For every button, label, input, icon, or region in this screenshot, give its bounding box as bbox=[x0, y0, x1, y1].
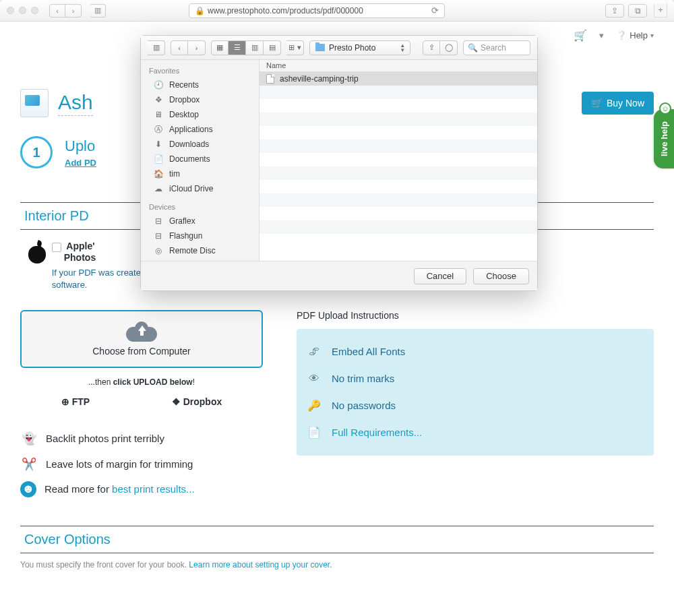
cart-icon[interactable]: 🛒 bbox=[574, 29, 587, 42]
recents-icon: 🕘 bbox=[153, 80, 164, 90]
file-row-empty bbox=[259, 166, 537, 180]
finder-tags-button[interactable]: ◯ bbox=[440, 40, 458, 55]
cover-note: You must specify the front cover for you… bbox=[20, 560, 654, 569]
instr-full-requirements-link[interactable]: 📄 Full Requirements... bbox=[307, 419, 643, 446]
finder-search-field[interactable]: 🔍 Search bbox=[463, 40, 530, 55]
desktop-icon: 🖥 bbox=[153, 110, 164, 119]
choose-button[interactable]: Choose bbox=[473, 268, 529, 284]
instructions-title: PDF Upload Instructions bbox=[297, 310, 654, 321]
file-row-empty bbox=[259, 180, 537, 193]
sidebar-recents[interactable]: 🕘Recents bbox=[141, 78, 259, 92]
right-col: PDF Upload Instructions 🖇 Embed All Font… bbox=[297, 310, 654, 501]
file-row[interactable]: asheville-camping-trip bbox=[259, 72, 537, 86]
favorites-header: Favorites bbox=[141, 64, 259, 78]
two-col: Choose from Computer ...then click UPLOA… bbox=[20, 310, 654, 501]
dropbox-label: Dropbox bbox=[183, 396, 222, 407]
provider-row: ⊕ FTP ❖ Dropbox bbox=[20, 396, 263, 407]
file-name: asheville-camping-trip bbox=[280, 74, 359, 84]
file-open-dialog: ▥ ‹ › ▦ ☰ ▥ ▤ ⊞ ▾ Presto Photo bbox=[140, 35, 538, 291]
view-columns-button[interactable]: ▥ bbox=[246, 40, 264, 55]
icloud-icon: ☁ bbox=[153, 184, 164, 193]
url-bar[interactable]: 🔒 www.prestophoto.com/products/pdf/00000… bbox=[189, 3, 445, 18]
new-tab-button[interactable]: + bbox=[654, 4, 667, 18]
apple-label: Apple' bbox=[66, 241, 94, 251]
tabs-button[interactable]: ⧉ bbox=[628, 4, 647, 18]
ftp-option[interactable]: ⊕ FTP bbox=[61, 396, 90, 407]
add-pdf-link[interactable]: Add PD bbox=[65, 158, 96, 168]
view-list-button[interactable]: ☰ bbox=[228, 40, 246, 55]
sidebar-applications[interactable]: ⒶApplications bbox=[141, 122, 259, 137]
browser-window: ‹ › ▥ 🔒 www.prestophoto.com/products/pdf… bbox=[0, 0, 674, 616]
sidebar-device-flashgun[interactable]: ⊟Flashgun bbox=[141, 228, 259, 243]
live-help-tab[interactable]: ☺ live help bbox=[654, 109, 674, 168]
buy-now-button[interactable]: 🛒 Buy Now bbox=[582, 92, 654, 115]
documents-icon: 📄 bbox=[153, 154, 164, 164]
file-row-empty bbox=[259, 234, 537, 247]
forward-button[interactable]: › bbox=[65, 4, 82, 18]
cover-learn-more-link[interactable]: Learn more about setting up your cover. bbox=[189, 560, 332, 569]
sidebar-downloads[interactable]: ⬇Downloads bbox=[141, 137, 259, 152]
back-button[interactable]: ‹ bbox=[49, 4, 65, 18]
best-print-results-link[interactable]: best print results... bbox=[112, 483, 195, 495]
sidebar-device-remotedisc[interactable]: ◎Remote Disc bbox=[141, 243, 259, 258]
instr-no-password: 🔑 No passwords bbox=[307, 392, 643, 419]
lock-icon: 🔒 bbox=[195, 6, 205, 16]
reload-icon[interactable]: ⟳ bbox=[431, 5, 439, 16]
finder-action-button[interactable]: ⇪ bbox=[423, 40, 440, 55]
cover-options-header: Cover Options bbox=[20, 526, 654, 553]
traffic-lights bbox=[7, 7, 38, 14]
dropbox-icon: ❖ bbox=[153, 95, 164, 104]
sidebar-icloud[interactable]: ☁iCloud Drive bbox=[141, 181, 259, 196]
sidebar-toggle-button[interactable]: ▥ bbox=[90, 4, 106, 18]
share-button[interactable]: ⇪ bbox=[605, 4, 624, 18]
column-header-name[interactable]: Name bbox=[259, 60, 537, 72]
file-row-empty bbox=[259, 86, 537, 99]
finder-sidebar-toggle[interactable]: ▥ bbox=[148, 40, 165, 55]
disc-icon: ◎ bbox=[153, 246, 164, 255]
updown-icon: ▴▾ bbox=[401, 43, 404, 52]
tips: 👻 Backlit photos print terribly ✂️ Leave… bbox=[20, 426, 263, 501]
tip-margin-text: Leave lots of margin for trimming bbox=[46, 458, 193, 470]
file-row-empty bbox=[259, 99, 537, 113]
close-window-button[interactable] bbox=[7, 7, 14, 14]
cancel-button[interactable]: Cancel bbox=[414, 268, 466, 284]
zoom-window-button[interactable] bbox=[31, 7, 38, 14]
applications-icon: Ⓐ bbox=[153, 125, 164, 134]
file-row-empty bbox=[259, 207, 537, 220]
cloud-upload-icon bbox=[126, 321, 157, 342]
file-row-empty bbox=[259, 126, 537, 140]
minimize-window-button[interactable] bbox=[19, 7, 26, 14]
instructions-box: 🖇 Embed All Fonts 👁 No trim marks 🔑 No p… bbox=[297, 329, 654, 456]
disk-icon: ⊟ bbox=[153, 231, 164, 241]
finder-sidebar: Favorites 🕘Recents ❖Dropbox 🖥Desktop ⒶAp… bbox=[141, 60, 259, 261]
finder-footer: Cancel Choose bbox=[141, 261, 537, 290]
choose-from-computer-button[interactable]: Choose from Computer bbox=[20, 310, 263, 368]
tip-margin: ✂️ Leave lots of margin for trimming bbox=[20, 452, 263, 477]
file-list: asheville-camping-trip bbox=[259, 72, 537, 261]
tip-backlit-text: Backlit photos print terribly bbox=[46, 433, 164, 444]
instr-no-trim: 👁 No trim marks bbox=[307, 365, 643, 392]
dropbox-option[interactable]: ❖ Dropbox bbox=[172, 396, 222, 407]
live-help-label: live help bbox=[659, 121, 669, 156]
sidebar-documents[interactable]: 📄Documents bbox=[141, 152, 259, 166]
help-label: Help bbox=[630, 30, 648, 40]
sidebar-home[interactable]: 🏠tim bbox=[141, 166, 259, 181]
topbar-caret[interactable]: ▾ bbox=[599, 30, 604, 40]
view-gallery-button[interactable]: ▤ bbox=[264, 40, 281, 55]
sidebar-desktop[interactable]: 🖥Desktop bbox=[141, 107, 259, 122]
home-icon: 🏠 bbox=[153, 169, 164, 179]
help-menu[interactable]: ❔ Help ▾ bbox=[616, 30, 654, 40]
info-icon: ☻ bbox=[20, 481, 36, 497]
finder-forward-button[interactable]: › bbox=[188, 40, 206, 55]
apple-checkbox[interactable] bbox=[52, 243, 61, 252]
finder-back-button[interactable]: ‹ bbox=[171, 40, 188, 55]
browser-right-tools: ⇪ ⧉ + bbox=[605, 4, 667, 18]
sidebar-dropbox[interactable]: ❖Dropbox bbox=[141, 92, 259, 107]
page-title[interactable]: Ash bbox=[58, 91, 93, 116]
sidebar-device-graflex[interactable]: ⊟Graflex bbox=[141, 214, 259, 228]
folder-selector[interactable]: Presto Photo ▴▾ bbox=[309, 40, 410, 55]
tip-readmore-text: Read more for best print results... bbox=[44, 483, 195, 495]
view-icons-button[interactable]: ▦ bbox=[211, 40, 228, 55]
book-icon bbox=[20, 89, 49, 117]
arrange-button[interactable]: ⊞ ▾ bbox=[286, 40, 304, 55]
